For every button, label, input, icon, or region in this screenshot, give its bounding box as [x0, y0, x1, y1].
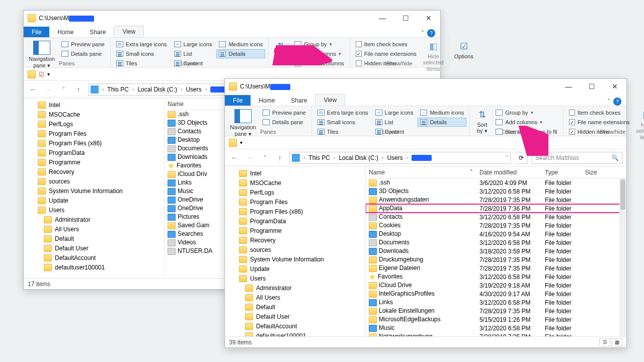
- breadcrumb[interactable]: › This PC› Local Disk (C:)› Users› ˅: [289, 152, 511, 164]
- tree-node[interactable]: MSOCache: [225, 178, 365, 188]
- minimize-button[interactable]: —: [371, 11, 394, 26]
- ribbon-help[interactable]: ˄?: [421, 29, 435, 37]
- qa-dropdown-icon[interactable]: ▾: [240, 140, 243, 145]
- col-name[interactable]: Name: [366, 169, 466, 176]
- layout-small[interactable]: Small icons: [315, 118, 371, 127]
- layout-large[interactable]: Large icons: [172, 40, 215, 49]
- list-item[interactable]: Links3/12/2020 6:58 PMFile folder: [366, 298, 626, 307]
- tree-node[interactable]: Administrator: [24, 215, 164, 224]
- minimize-button[interactable]: —: [557, 79, 580, 94]
- item-checkboxes-toggle[interactable]: Item check boxes: [353, 40, 419, 49]
- history-button[interactable]: ˅: [58, 86, 69, 92]
- tree-node[interactable]: All Users: [225, 293, 365, 302]
- tab-file[interactable]: File: [225, 95, 251, 106]
- tree-node[interactable]: Program Files (x86): [24, 138, 164, 148]
- list-item[interactable]: Desktop4/16/2020 9:54 AMFile folder: [366, 230, 626, 238]
- tab-file[interactable]: File: [24, 27, 49, 37]
- tree-node[interactable]: Intel: [225, 168, 365, 178]
- tab-home[interactable]: Home: [49, 27, 82, 37]
- tab-view[interactable]: View: [315, 94, 345, 106]
- crumb-user[interactable]: [411, 154, 433, 161]
- tree-node[interactable]: Intel: [24, 100, 164, 110]
- crumb[interactable]: Local Disk (C:): [338, 154, 379, 161]
- add-columns-button[interactable]: Add columns: [493, 118, 559, 127]
- col-size[interactable]: Size: [582, 169, 612, 176]
- tree-node[interactable]: PerfLogs: [24, 119, 164, 129]
- item-checkboxes-toggle[interactable]: Item check boxes: [567, 108, 632, 117]
- crumb[interactable]: Local Disk (C:): [136, 86, 178, 93]
- tree-node[interactable]: DefaultAccount: [225, 321, 365, 331]
- tree-node[interactable]: Default: [225, 302, 365, 312]
- qa-item-icon[interactable]: ☑: [39, 71, 44, 78]
- preview-pane-button[interactable]: Preview pane: [59, 40, 107, 49]
- list-item[interactable]: Music3/12/2020 6:58 PMFile folder: [366, 324, 626, 332]
- list-item[interactable]: .ssh3/6/2020 4:09 PMFile folder: [366, 178, 626, 187]
- preview-pane-button[interactable]: Preview pane: [260, 108, 308, 117]
- tree-node[interactable]: System Volume Information: [225, 254, 365, 264]
- scrollbar[interactable]: [619, 178, 626, 336]
- tree-node[interactable]: sources: [225, 245, 365, 254]
- list-item[interactable]: Cookies7/28/2019 7:35 PMFile folder: [366, 221, 626, 230]
- tree-node[interactable]: ProgramData: [24, 148, 164, 157]
- group-by-button[interactable]: Group by: [292, 40, 346, 49]
- sort-by-button[interactable]: ⇅Sort by ▾: [473, 108, 491, 128]
- list-item[interactable]: Lokale Einstellungen7/28/2019 7:35 PMFil…: [366, 307, 626, 315]
- qa-dropdown-icon[interactable]: ▾: [47, 71, 50, 77]
- crumb[interactable]: This PC: [307, 154, 331, 161]
- layout-medium[interactable]: Medium icons: [418, 108, 466, 117]
- help-icon[interactable]: ?: [613, 98, 621, 106]
- tree-node[interactable]: Default: [24, 234, 164, 243]
- list-item[interactable]: Favorites3/12/2020 6:58 PMFile folder: [366, 273, 626, 281]
- layout-list[interactable]: List: [373, 118, 416, 127]
- tree-node[interactable]: Default User: [24, 243, 164, 253]
- nav-tree[interactable]: IntelMSOCachePerfLogsProgram FilesProgra…: [24, 98, 165, 278]
- tab-view[interactable]: View: [114, 26, 144, 37]
- view-details-button[interactable]: ☰: [599, 338, 610, 346]
- list-item[interactable]: AppData7/28/2019 7:36 PMFile folder: [366, 204, 626, 213]
- tree-node[interactable]: Program Files: [24, 129, 164, 138]
- add-columns-button[interactable]: Add columns: [292, 49, 346, 58]
- tree-node[interactable]: System Volume Information: [24, 186, 164, 196]
- tab-home[interactable]: Home: [251, 95, 283, 106]
- details-pane-button[interactable]: Details pane: [260, 118, 308, 127]
- tree-node[interactable]: MSOCache: [24, 110, 164, 119]
- refresh-button[interactable]: ⟳: [515, 152, 528, 164]
- up-button[interactable]: ↑: [73, 85, 84, 94]
- hide-selected-button[interactable]: ◧Hide selected items: [421, 40, 446, 59]
- col-date[interactable]: Date modified: [476, 169, 542, 176]
- crumb[interactable]: Users: [386, 154, 404, 161]
- forward-button[interactable]: →: [43, 85, 54, 94]
- hide-selected-button[interactable]: ◧Hide selected items: [634, 108, 644, 128]
- tree-node[interactable]: All Users: [24, 224, 164, 234]
- titlebar[interactable]: C:\Users\M — ☐ ✕: [24, 11, 440, 26]
- tree-node[interactable]: defaultuser100001: [24, 262, 164, 272]
- navigation-pane-button[interactable]: Navigation pane ▾: [27, 40, 57, 59]
- tree-node[interactable]: Administrator: [225, 283, 365, 293]
- ribbon-help[interactable]: ˄?: [607, 98, 621, 106]
- tree-node[interactable]: Recovery: [24, 167, 164, 176]
- up-button[interactable]: ↑: [274, 154, 285, 162]
- list-item[interactable]: Netzwerkumgebung7/28/2019 7:35 PMFile fo…: [366, 332, 626, 336]
- close-button[interactable]: ✕: [603, 79, 626, 94]
- list-header[interactable]: Name ˄ Date modified Type Size: [366, 166, 626, 178]
- tree-node[interactable]: Program Files (x86): [225, 207, 365, 216]
- list-item[interactable]: 3D Objects3/12/2020 6:58 PMFile folder: [366, 187, 626, 196]
- list-item[interactable]: Druckumgebung7/28/2019 7:35 PMFile folde…: [366, 255, 626, 264]
- forward-button[interactable]: →: [244, 154, 255, 162]
- tree-node[interactable]: Recovery: [225, 235, 365, 245]
- titlebar[interactable]: C:\Users\M — ☐ ✕: [225, 79, 626, 94]
- list-item[interactable]: IntelGraphicsProfiles4/30/2020 9:17 AMFi…: [366, 290, 626, 298]
- layout-large[interactable]: Large icons: [373, 108, 416, 117]
- layout-list[interactable]: List: [172, 49, 215, 58]
- tree-node[interactable]: Program Files: [225, 197, 365, 207]
- tree-node[interactable]: Default User: [225, 312, 365, 321]
- list-item[interactable]: Anwendungsdaten7/28/2019 7:35 PMFile fol…: [366, 196, 626, 204]
- layout-xl[interactable]: Extra large icons: [114, 40, 170, 49]
- tree-node[interactable]: Programme: [225, 226, 365, 235]
- list-item[interactable]: MicrosoftEdgeBackups5/15/2019 1:26 PMFil…: [366, 315, 626, 324]
- tree-node[interactable]: Users: [24, 205, 164, 215]
- navigation-pane-button[interactable]: Navigation pane ▾: [228, 108, 258, 128]
- col-type[interactable]: Type: [542, 169, 582, 176]
- help-icon[interactable]: ?: [427, 29, 435, 37]
- back-button[interactable]: ←: [229, 154, 240, 162]
